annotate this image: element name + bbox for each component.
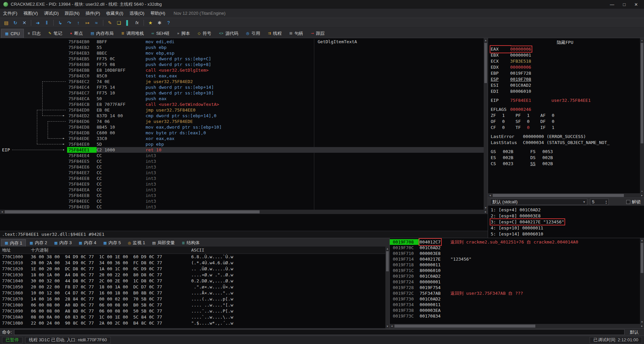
stack-row[interactable]: 0019F71800000011 xyxy=(390,262,644,268)
tab-seh[interactable]: ∞SEH链 xyxy=(148,29,173,38)
disassembly-row[interactable]: 75F84EE1C2 1000ret 10 xyxy=(67,147,484,153)
register-row[interactable]: EDX00000006 xyxy=(491,64,639,70)
scroll-down-icon[interactable]: ▾ xyxy=(484,206,488,210)
disassembly-row[interactable]: 75F84EBBE8 10D8F8FFcall <user32.GetDlgIt… xyxy=(67,67,484,73)
disassembly-row[interactable]: 75F84ECA50push eax xyxy=(67,96,484,101)
scroll-up-icon[interactable]: ▴ xyxy=(640,238,644,242)
settings-icon[interactable]: ✱ xyxy=(155,19,164,27)
registers-pane[interactable]: 隐藏FPU EAX00000006EBX00000001ECX3FB3E518E… xyxy=(488,38,644,193)
stack-row[interactable]: 0019F7280019F754 xyxy=(390,285,644,290)
scrollbar-thumb[interactable] xyxy=(493,194,624,197)
segment-row[interactable]: ES002BDS002B xyxy=(491,155,639,161)
disassembly-row[interactable]: 75F84EE05Dpop ebp xyxy=(67,141,484,147)
scroll-right-icon[interactable]: ▸ xyxy=(640,324,644,328)
memory-row[interactable]: 770C109006 00 08 00 A8 8D 0C 77 06 00 08… xyxy=(0,308,389,314)
tab-call-stack[interactable]: ≣调用堆栈 xyxy=(118,29,148,38)
maximize-button[interactable]: □ xyxy=(623,2,626,7)
command-type-selector[interactable]: 默认 xyxy=(627,329,642,335)
last-status-row[interactable]: LastStatusC0000034 (STATUS_OBJECT_NAME_N… xyxy=(491,140,639,146)
memory-row[interactable]: 770C103018 00 1A 00 A4 D8 0C 77 20 00 22… xyxy=(0,272,389,278)
hide-fpu-button[interactable]: 隐藏FPU xyxy=(491,39,639,46)
scrollbar-thumb[interactable] xyxy=(394,325,535,328)
disassembly-row[interactable]: 75F84EC4FF75 14push dword ptr ss:[ebp+14… xyxy=(67,84,484,90)
scroll-up-icon[interactable]: ▴ xyxy=(640,38,644,42)
stack-row[interactable]: 0019F730001C0AD2 xyxy=(390,296,644,302)
highlight-icon[interactable]: ▌ xyxy=(124,19,132,27)
menu-item-favourites[interactable]: 收藏夹(I) xyxy=(103,9,126,18)
tab-source[interactable]: <>源代码 xyxy=(215,29,242,38)
run-to-cursor-icon[interactable]: ↦ xyxy=(83,19,92,27)
register-row[interactable]: EAX00000006 xyxy=(491,46,639,52)
scroll-up-icon[interactable]: ▴ xyxy=(484,38,488,42)
tab-log[interactable]: ≡日志 xyxy=(24,29,44,38)
menu-item-debug[interactable]: 调试(D) xyxy=(41,9,62,18)
register-row[interactable]: ECX3FB3E518 xyxy=(491,58,639,64)
register-row[interactable]: ESP0019F708 xyxy=(491,76,639,82)
comment-icon[interactable]: ❏ xyxy=(115,19,123,27)
disassembly-row[interactable]: 75F84EB38BECmov ebp,esp xyxy=(67,50,484,56)
registers-horizontal-scrollbar[interactable]: ◂ ▸ xyxy=(488,193,644,198)
memory-row[interactable]: 770C108006 00 08 00 A0 8D 0C 77 06 00 08… xyxy=(0,302,389,308)
disassembly-pane[interactable]: 75F84EB08BFFmov edi,ediGetDlgItemTextA75… xyxy=(0,38,484,210)
memory-row[interactable]: 770C106010 00 12 00 C4 D7 0C 77 16 00 18… xyxy=(0,290,389,296)
tab-memory-2[interactable]: ▦内存 2 xyxy=(26,239,50,247)
menu-item-plugins[interactable]: 插件(P) xyxy=(83,9,103,18)
favourites-icon[interactable]: ★ xyxy=(146,19,155,27)
memory-row[interactable]: 770C10B022 00 24 00 90 8C 0C 77 2A 00 2C… xyxy=(0,320,389,326)
scroll-down-icon[interactable]: ▾ xyxy=(385,324,389,328)
run-icon[interactable]: ➜ xyxy=(34,19,42,27)
argument-count-spinner[interactable]: 5 ▴▾ xyxy=(590,199,609,205)
disassembly-row[interactable]: 75F84EB08BFFmov edi,ediGetDlgItemTextA xyxy=(67,39,484,45)
scroll-right-icon[interactable]: ▸ xyxy=(640,193,644,198)
tab-notes[interactable]: ✎笔记 xyxy=(45,29,66,38)
tab-memory-map[interactable]: ▤内存布局 xyxy=(87,29,117,38)
stack-row[interactable]: 0019F72C75F347AB返回到 user32.75F347AB 自 ??… xyxy=(390,290,644,296)
tab-references[interactable]: ◎引用 xyxy=(243,29,264,38)
tab-memory-3[interactable]: ▦内存 3 xyxy=(51,239,75,247)
tab-struct[interactable]: ≣结构体 xyxy=(178,239,203,247)
register-row[interactable]: EIP75F84EE1user32.75F84EE1 xyxy=(491,97,639,104)
scroll-left-icon[interactable]: ◂ xyxy=(488,193,492,198)
memory-vertical-scrollbar[interactable]: ▴ ▾ xyxy=(385,247,389,328)
tab-handles[interactable]: ⊞句柄 xyxy=(286,29,307,38)
scrollbar-thumb[interactable] xyxy=(641,43,643,143)
calling-convention-select[interactable]: 默认 (stdcall) ▾ xyxy=(490,199,587,205)
disassembly-row[interactable]: 75F84EE7CCint3 xyxy=(67,170,484,176)
disassembly-row[interactable]: 75F84EE9CCint3 xyxy=(67,181,484,187)
argument-row[interactable]: 5: [esp+14] 80006010 xyxy=(491,231,644,237)
stack-horizontal-scrollbar[interactable]: ◂ ▸ xyxy=(390,324,644,328)
disassembly-row[interactable]: 75F84EEDCCint3 xyxy=(67,204,484,210)
menu-item-view[interactable]: 视图(V) xyxy=(20,9,41,18)
tab-script[interactable]: »脚本 xyxy=(173,29,194,38)
scroll-down-icon[interactable]: ▾ xyxy=(640,320,644,324)
patch-icon[interactable]: ✎ xyxy=(106,19,114,27)
scroll-left-icon[interactable]: ◂ xyxy=(0,210,4,214)
stack-row[interactable]: 0019F70C001C0AD2 xyxy=(390,245,644,251)
step-into-icon[interactable]: ↳ xyxy=(56,19,64,27)
help-icon[interactable]: ? xyxy=(164,19,173,27)
restart-icon[interactable]: ↻ xyxy=(11,19,19,27)
tab-trace[interactable]: ➞跟踪 xyxy=(307,29,328,38)
memory-row[interactable]: 770C107014 00 16 00 28 84 0C 77 00 00 02… xyxy=(0,296,389,302)
scrollbar-thumb[interactable] xyxy=(641,243,643,273)
memory-row[interactable]: 770C10A008 00 0A 00 60 83 0C 77 1C 00 1E… xyxy=(0,314,389,320)
step-over-icon[interactable]: ↷ xyxy=(65,19,73,27)
tab-watch-1[interactable]: ◎监视 1 xyxy=(124,239,148,247)
tab-cpu[interactable]: ▦CPU xyxy=(1,29,24,38)
disassembly-row[interactable]: 75F84EE6CCint3 xyxy=(67,164,484,170)
disassembly-row[interactable]: 75F84ECBE8 7077FAFFcall <user32.GetWindo… xyxy=(67,101,484,107)
register-row[interactable]: EBX00000001 xyxy=(491,52,639,58)
step-out-icon[interactable]: ↑ xyxy=(74,19,83,27)
menu-item-file[interactable]: 文件(F) xyxy=(0,9,20,18)
unlock-checkbox[interactable]: 解锁 xyxy=(626,199,642,205)
command-input[interactable] xyxy=(14,329,625,335)
flags-row[interactable]: OF0SF0DF0 xyxy=(491,119,639,125)
argument-row[interactable]: 3: [esp+C] 0040217E "123456" xyxy=(491,219,644,225)
stack-row[interactable]: 0019F73400000011 xyxy=(390,302,644,307)
menu-item-help[interactable]: 帮助(H) xyxy=(147,9,168,18)
scroll-right-icon[interactable]: ▸ xyxy=(484,210,488,214)
memory-row[interactable]: 770C105020 00 22 00 F8 D7 0C 77 18 00 1A… xyxy=(0,284,389,290)
register-row[interactable]: EFLAGS00000246 xyxy=(491,107,639,113)
disassembly-row[interactable]: 75F84EDBC600 00mov byte ptr ds:[eax],0 xyxy=(67,130,484,136)
scroll-left-icon[interactable]: ◂ xyxy=(390,324,394,328)
